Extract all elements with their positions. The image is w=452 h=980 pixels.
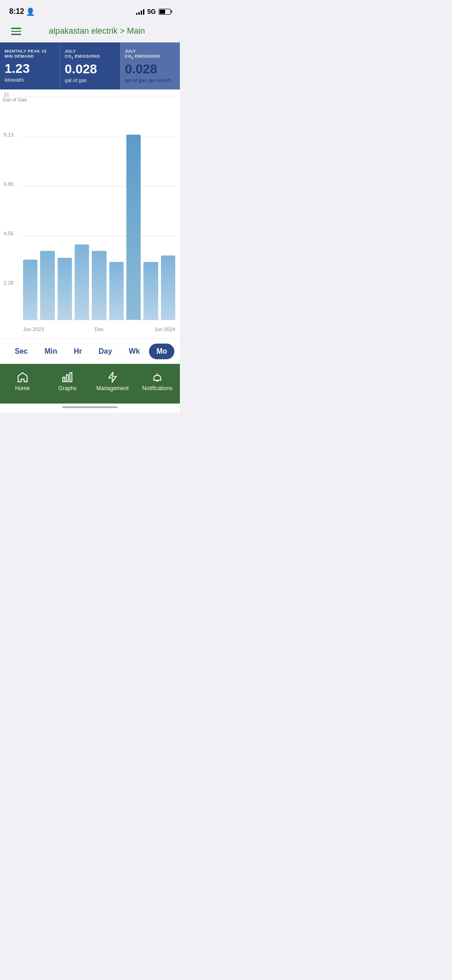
bar-group-6 [109, 97, 124, 320]
hamburger-line [11, 28, 21, 29]
stat-value-co2-2: 0.028 [125, 63, 175, 76]
bottom-nav: Home Graphs Management Notifications [0, 364, 180, 404]
bar-7 [126, 135, 141, 320]
stat-value-co2-1: 0.028 [65, 63, 115, 76]
nav-notifications[interactable]: Notifications [135, 368, 180, 394]
page-title: alpakastan electrik > Main [23, 26, 171, 36]
battery-icon [159, 9, 171, 15]
svg-point-3 [157, 373, 158, 374]
time-selector: Sec Min Hr Day Wk Mo Yr [0, 339, 180, 364]
grid-label-2: 2.28 [4, 280, 13, 285]
bar-8 [143, 262, 158, 320]
hamburger-line [11, 31, 21, 32]
nav-graphs-label: Graphs [59, 385, 77, 392]
status-bar: 8:12 👤 5G [0, 0, 180, 20]
bar-9 [161, 255, 175, 320]
menu-button[interactable] [9, 26, 23, 37]
stat-unit-demand: kilowatts [5, 77, 55, 83]
nav-home[interactable]: Home [0, 368, 45, 394]
bar-2 [40, 251, 54, 320]
svg-rect-1 [66, 375, 68, 382]
home-icon [17, 371, 29, 383]
status-right: 5G [136, 8, 171, 15]
bar-group-8 [143, 97, 158, 320]
x-axis: Jun 2023 Dec Jun 2024 [23, 320, 175, 334]
bar-group-9 [161, 97, 175, 320]
signal-icon [136, 8, 144, 15]
bar-group-5 [92, 97, 106, 320]
graphs-icon [61, 371, 73, 383]
home-indicator [0, 404, 180, 413]
nav-notifications-label: Notifications [143, 385, 172, 392]
nav-graphs[interactable]: Graphs [45, 368, 90, 394]
time-btn-hr[interactable]: Hr [66, 344, 89, 359]
bar-group-3 [58, 97, 72, 320]
svg-rect-2 [70, 373, 72, 382]
stat-label-demand: MONTHLY PEAK 15MIN DEMAND [5, 49, 55, 59]
grid-label-11: 11 [4, 92, 9, 97]
grid-label-4: 4.56 [4, 231, 13, 236]
stat-label-co2-2: JULYCO2 EMISSIONS [125, 49, 175, 60]
stat-card-co2-1: JULYCO2 EMISSIONS 0.028 gal of gas [60, 42, 120, 90]
time-btn-min[interactable]: Min [37, 344, 65, 359]
bar-group-7 [126, 97, 141, 320]
grid-label-9: 9.13 [4, 132, 13, 137]
stat-card-demand: MONTHLY PEAK 15MIN DEMAND 1.23 kilowatts [0, 42, 60, 90]
bar-group-1 [23, 97, 37, 320]
bar-3 [58, 258, 72, 321]
bar-5 [92, 251, 106, 320]
bar-group-4 [75, 97, 89, 320]
x-label-dec: Dec [95, 327, 104, 332]
hamburger-line [11, 34, 21, 35]
svg-rect-0 [63, 377, 65, 382]
nav-management-label: Management [96, 385, 129, 392]
bar-4 [75, 244, 89, 321]
stat-value-demand: 1.23 [5, 62, 55, 75]
person-icon: 👤 [26, 7, 35, 16]
stats-banner: MONTHLY PEAK 15MIN DEMAND 1.23 kilowatts… [0, 42, 180, 90]
bars-container [23, 97, 175, 320]
time-btn-day[interactable]: Day [91, 344, 119, 359]
stat-unit-co2-1: gal of gas [65, 77, 115, 83]
chart-container: 11 9.13 6.85 4.56 2.28 [23, 97, 175, 334]
stat-unit-co2-2: gal of gas per month [125, 77, 175, 83]
time-btn-mo[interactable]: Mo [149, 344, 174, 359]
time-btn-yr[interactable]: Yr [176, 344, 180, 359]
grid-label-6: 6.85 [4, 181, 13, 187]
network-type: 5G [147, 8, 156, 15]
x-label-jun2024: Jun 2024 [155, 327, 175, 332]
x-label-jun2023: Jun 2023 [23, 327, 44, 332]
nav-management[interactable]: Management [90, 368, 135, 394]
header: alpakastan electrik > Main [0, 20, 180, 42]
bar-6 [109, 262, 124, 320]
nav-home-label: Home [15, 385, 30, 392]
home-bar [62, 406, 118, 408]
chart-area: Gal of Gas 11 9.13 6.85 4.56 2.28 [0, 89, 180, 339]
status-time: 8:12 👤 [9, 7, 35, 16]
bell-icon [151, 371, 163, 383]
stat-label-co2-1: JULYCO2 EMISSIONS [65, 49, 115, 60]
time-btn-wk[interactable]: Wk [121, 344, 147, 359]
time-btn-sec[interactable]: Sec [7, 344, 35, 359]
bar-1 [23, 260, 37, 320]
lightning-icon [107, 371, 119, 383]
bar-group-2 [40, 97, 54, 320]
stat-card-co2-2: JULYCO2 EMISSIONS 0.028 gal of gas per m… [120, 42, 180, 90]
